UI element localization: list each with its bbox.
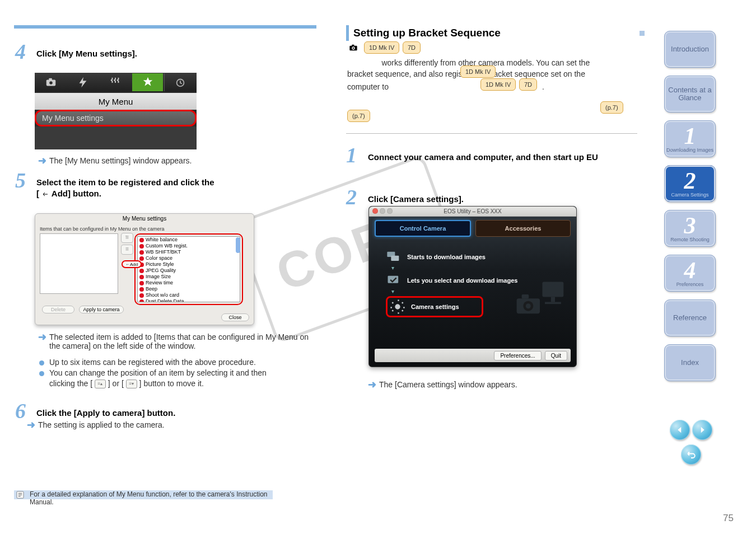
footnote-icon [15, 490, 25, 499]
step-6-text: Click the [Apply to camera] button. [36, 408, 175, 418]
dialog-left-label: Items that can be configured in My Menu … [40, 226, 165, 232]
nav-big-number: 4 [684, 259, 696, 282]
camera-tab-shooting-icon [35, 73, 67, 91]
section-rule [14, 25, 316, 29]
nav-chapter-3[interactable]: 3Remote Shooting [664, 210, 716, 247]
monitor-stack-icon [386, 250, 402, 264]
svg-point-2 [49, 81, 53, 85]
nav-label: Contents at a Glance [665, 86, 715, 102]
ref-key-4: 1D Mk IV [480, 78, 516, 91]
dialog-title: My Menu settings [35, 214, 254, 223]
prev-page-button[interactable] [670, 420, 690, 440]
step-7-ref-bottom[interactable]: (p.7) [347, 110, 370, 122]
apply-to-camera-button: Apply to camera [79, 306, 124, 313]
available-item: Dust Delete Data [138, 298, 240, 302]
available-items-list: White balanceCustom WB regist.WB SHIFT/B… [137, 236, 240, 302]
delete-button: Delete [42, 306, 74, 313]
nav-index[interactable]: Index [664, 344, 716, 381]
nav-label: Index [681, 359, 699, 367]
available-item: Custom WB regist. [138, 243, 240, 249]
nav-chapter-4[interactable]: 4Preferences [664, 255, 716, 292]
nav-label: Remote Shooting [670, 237, 710, 243]
svg-rect-13 [551, 297, 555, 302]
available-item: White balance [138, 237, 240, 243]
available-item: Shoot w/o card [138, 292, 240, 298]
available-item: Review time [138, 280, 240, 286]
step-number-5: 5 [15, 168, 26, 193]
step-number-8: 2 [346, 185, 357, 209]
step-5-bullet-1: Up to six items can be registered with t… [49, 358, 318, 367]
sort-down-icon: ≡▾ [126, 380, 137, 388]
svg-rect-14 [545, 302, 561, 305]
step-8-text: Click [Camera settings]. [368, 194, 637, 204]
svg-rect-10 [391, 256, 399, 261]
util-title-text: EOS Utility – EOS XXX [444, 208, 501, 214]
page-ref-7[interactable]: (p.7) [600, 101, 623, 114]
opt3-label: Camera settings [411, 303, 459, 310]
nav-chapter-1[interactable]: 1Downloading Images [664, 120, 716, 157]
camera-tab-mymenu-icon [132, 73, 164, 91]
down-arrow-icon: ▾ [391, 288, 397, 293]
intro-l3b: . [542, 82, 544, 91]
available-item: Image Size [138, 274, 240, 280]
step-7-text: Connect your camera and computer, and th… [368, 152, 637, 162]
available-item: Picture Style [138, 261, 240, 268]
step-5-text-b: [ Add] button. [36, 189, 101, 198]
svg-rect-18 [522, 294, 529, 298]
step-8-result: The [Camera settings] window appears. [379, 380, 517, 389]
my-menu-settings-row: My Menu settings [35, 110, 197, 127]
my-menu-title: My Menu [35, 93, 197, 110]
add-button: ←Add [122, 260, 142, 268]
step-number-7: 1 [346, 143, 357, 167]
traffic-lights [372, 208, 393, 214]
nav-chapter-2[interactable]: 2Camera Settings [664, 165, 716, 202]
nav-contents[interactable]: Contents at a Glance [664, 76, 716, 113]
nav-big-number: 1 [684, 124, 696, 148]
quit-button: Quit [545, 351, 567, 360]
page-number: 75 [723, 513, 734, 524]
svg-point-8 [353, 48, 354, 49]
down-arrow-icon: ▾ [391, 265, 397, 269]
step-5-bullet-2b: clicking the [ ≡▴ ] or [ ≡▾ ] button to … [49, 379, 318, 388]
back-button[interactable] [681, 444, 701, 465]
control-camera-tab: Control Camera [375, 220, 471, 237]
result-arrow-icon: ➜ [38, 331, 46, 343]
opt1-label: Starts to download images [407, 254, 486, 260]
bullet-icon [39, 371, 44, 376]
next-page-button[interactable] [692, 420, 712, 440]
available-item: WB SHIFT/BKT [138, 249, 240, 255]
screenshot-eos-utility: EOS Utility – EOS XXX Control Camera Acc… [368, 206, 577, 367]
bracket-open: [ [36, 189, 39, 198]
starts-download-option: Starts to download images [386, 250, 486, 264]
screenshot-my-menu-settings: My Menu settings Items that can be confi… [35, 213, 254, 325]
ref-key-1: 1D Mk IV [364, 41, 399, 54]
section-underline [346, 133, 637, 134]
result-arrow-icon: ➜ [368, 378, 376, 391]
available-item: Beep [138, 286, 240, 292]
util-bottom-bar: Preferences... Quit [375, 349, 571, 362]
sort-up-icon: ≡▴ [95, 380, 106, 388]
available-items-highlight: White balanceCustom WB regist.WB SHIFT/B… [134, 233, 243, 305]
step-number-6: 6 [15, 399, 26, 423]
nav-introduction[interactable]: Introduction [664, 31, 716, 68]
camera-tab-bar [35, 73, 197, 92]
available-item: Color space [138, 255, 240, 261]
nav-label: Preferences [676, 282, 704, 288]
screenshot-my-menu: My Menu My Menu settings [35, 73, 197, 149]
step-5-text-c: Add] button. [52, 189, 101, 198]
step-number-4: 4 [15, 39, 26, 64]
util-titlebar: EOS Utility – EOS XXX [369, 207, 576, 217]
nav-label: Introduction [671, 45, 709, 53]
close-button: Close [221, 313, 249, 321]
nav-label: Reference [673, 314, 707, 322]
step-4-result: The [My Menu settings] window appears. [49, 156, 192, 165]
camera-tab-timer-icon [164, 73, 196, 91]
nav-label: Camera Settings [671, 193, 708, 198]
opt2-label: Lets you select and download images [407, 277, 517, 284]
available-item: JPEG Quality [138, 268, 240, 274]
camera-graphic-icon [515, 279, 565, 324]
bullet-icon [39, 360, 44, 366]
preferences-button: Preferences... [494, 351, 541, 360]
nav-reference[interactable]: Reference [664, 299, 716, 336]
traffic-close-icon [372, 208, 378, 214]
